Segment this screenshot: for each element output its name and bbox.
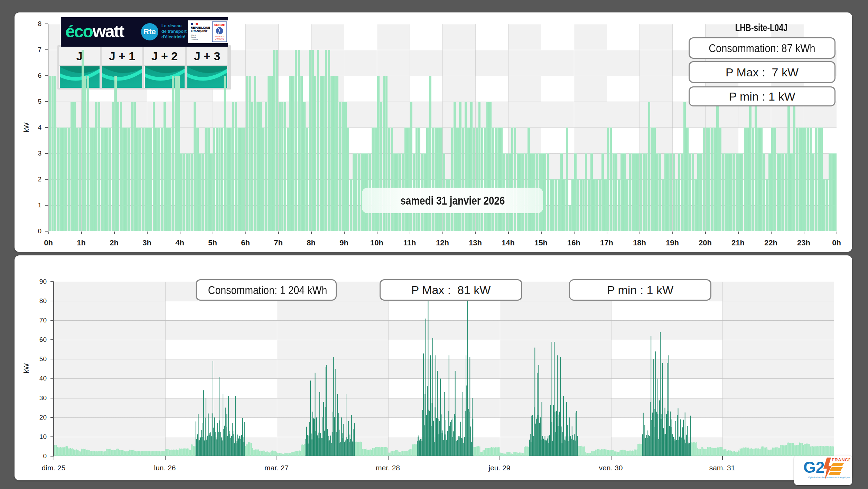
svg-text:FRANCE: FRANCE [832, 457, 850, 462]
svg-text:G2: G2 [803, 458, 824, 476]
svg-text:Optimisation des ressources én: Optimisation des ressources énergétiques [808, 476, 850, 479]
